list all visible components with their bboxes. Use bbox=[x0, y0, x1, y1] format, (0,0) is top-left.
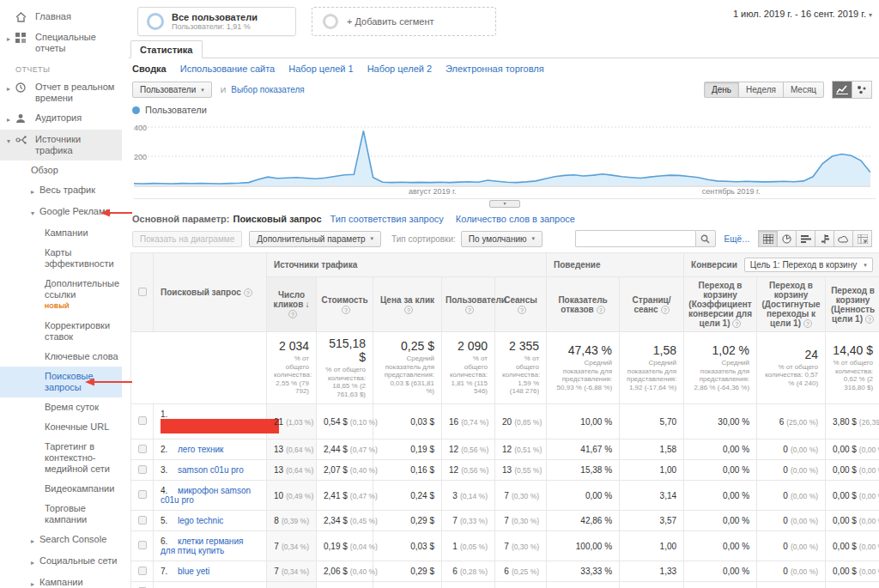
sidebar-item-специальные-отчеты[interactable]: ▸Специальные отчеты bbox=[0, 27, 122, 58]
sidebar-item-search-console[interactable]: ▸Search Console bbox=[0, 530, 122, 551]
table-view-icon[interactable] bbox=[758, 230, 778, 247]
column-header[interactable]: Цена за клик? bbox=[373, 277, 442, 332]
subtab-набор-целей-2[interactable]: Набор целей 2 bbox=[367, 64, 432, 74]
expand-arrow-icon[interactable]: ▾ bbox=[7, 134, 15, 147]
percentage-view-icon[interactable] bbox=[777, 230, 797, 247]
help-icon[interactable]: ? bbox=[288, 310, 297, 318]
expand-arrow-icon[interactable]: ▸ bbox=[31, 555, 39, 568]
comparison-view-icon[interactable] bbox=[815, 230, 834, 247]
sidebar-item-аудитория[interactable]: ▸Аудитория bbox=[0, 108, 122, 130]
expand-arrow-icon[interactable]: ▸ bbox=[31, 185, 39, 197]
row-checkbox[interactable] bbox=[138, 416, 147, 425]
help-icon[interactable]: ? bbox=[518, 306, 526, 314]
query-link[interactable]: samson c01u pro bbox=[178, 465, 244, 475]
help-icon[interactable]: ? bbox=[865, 315, 874, 324]
sidebar-item-корректировки-ставок[interactable]: Корректировки ставок bbox=[0, 316, 122, 347]
segment-all-users[interactable]: Все пользователи Пользователи: 1,91 % bbox=[137, 7, 296, 36]
sidebar-item-google-реклама[interactable]: ▾Google Реклама bbox=[0, 202, 122, 223]
row-checkbox[interactable] bbox=[138, 567, 147, 575]
help-icon[interactable]: ? bbox=[244, 288, 252, 297]
subtab-набор-целей-1[interactable]: Набор целей 1 bbox=[288, 64, 353, 74]
expand-arrow-icon[interactable]: ▸ bbox=[7, 82, 15, 94]
advanced-filter-link[interactable]: Ещё… bbox=[724, 234, 750, 244]
help-icon[interactable]: ? bbox=[597, 306, 605, 314]
table-search-input[interactable] bbox=[575, 230, 695, 247]
search-icon[interactable] bbox=[695, 230, 716, 247]
range-selector-handle[interactable]: ▾ bbox=[489, 200, 520, 208]
sort-type-dropdown[interactable]: По умолчанию ▾ bbox=[461, 231, 543, 247]
sidebar-item-кампании[interactable]: Кампании bbox=[0, 223, 122, 243]
column-header[interactable]: Переход в корзину (Достигнутые переходы … bbox=[757, 277, 826, 332]
row-checkbox[interactable] bbox=[138, 516, 147, 524]
select-metric-link[interactable]: Выбор показателя bbox=[231, 85, 304, 94]
sidebar-item-обзор[interactable]: Обзор bbox=[0, 161, 122, 180]
row-checkbox[interactable] bbox=[138, 541, 147, 549]
column-header-search-query[interactable]: Поисковый запрос? bbox=[154, 253, 267, 332]
help-icon[interactable]: ? bbox=[342, 306, 350, 314]
granularity-месяц[interactable]: Месяц bbox=[783, 82, 824, 98]
query-link[interactable]: lego technic bbox=[178, 516, 223, 525]
sidebar-item-социальные-сети[interactable]: ▸Социальные сети bbox=[0, 551, 122, 573]
performance-view-icon[interactable] bbox=[796, 230, 815, 247]
column-header[interactable]: Переход в корзину (Ценность цели 1)? bbox=[826, 277, 879, 332]
granularity-неделя[interactable]: Неделя bbox=[738, 82, 784, 98]
column-header[interactable]: Пользователи? bbox=[442, 277, 495, 332]
subtab-сводка[interactable]: Сводка bbox=[132, 64, 167, 74]
expand-arrow-icon[interactable]: ▾ bbox=[31, 206, 39, 219]
secondary-dimension-dropdown[interactable]: Дополнительный параметр ▾ bbox=[249, 231, 381, 247]
metric-dropdown[interactable]: Пользователи ▾ bbox=[132, 82, 212, 98]
help-icon[interactable]: ? bbox=[465, 306, 474, 314]
row-checkbox[interactable] bbox=[138, 465, 147, 474]
dimension-search-query[interactable]: Поисковый запрос bbox=[233, 214, 321, 224]
help-icon[interactable]: ? bbox=[732, 319, 741, 328]
help-icon[interactable]: ? bbox=[661, 306, 670, 314]
help-icon[interactable]: ? bbox=[404, 306, 413, 314]
query-link[interactable]: лего техник bbox=[178, 445, 223, 454]
expand-arrow-icon[interactable]: ▸ bbox=[31, 577, 39, 588]
sidebar-item-кампании[interactable]: ▸Кампании bbox=[0, 573, 122, 588]
sidebar-item-отчет-в-реальном-времени[interactable]: ▸Отчет в реальном времени bbox=[0, 77, 122, 108]
sidebar-item-конечные-url[interactable]: Конечные URL bbox=[0, 417, 122, 437]
subtab-использование-сайта[interactable]: Использование сайта bbox=[180, 64, 275, 74]
sidebar-item-время-суток[interactable]: Время суток bbox=[0, 397, 122, 417]
column-header[interactable]: Стоимость? bbox=[317, 277, 373, 332]
granularity-день[interactable]: День bbox=[704, 82, 739, 98]
column-header[interactable]: Страниц/сеанс? bbox=[620, 277, 684, 332]
term-cloud-view-icon[interactable] bbox=[834, 230, 853, 247]
sidebar-item-торговые-кампании[interactable]: Торговые кампании bbox=[0, 499, 122, 530]
sidebar-item-весь-трафик[interactable]: ▸Весь трафик bbox=[0, 180, 122, 202]
help-icon[interactable]: ? bbox=[803, 319, 812, 328]
date-range-picker[interactable]: 1 июл. 2019 г. - 16 сент. 2019 г. ▾ bbox=[733, 7, 872, 19]
goal-selector-dropdown[interactable]: Цель 1: Переход в корзину ▾ bbox=[744, 258, 873, 272]
column-header[interactable]: Сеансы? bbox=[495, 277, 547, 332]
sidebar-item-ключевые-слова[interactable]: Ключевые слова bbox=[0, 347, 122, 367]
column-header[interactable]: Переход в корзину (Коэффициент конверсии… bbox=[684, 277, 757, 332]
row-checkbox[interactable] bbox=[138, 490, 147, 499]
dimension-word-count[interactable]: Количество слов в запросе bbox=[456, 214, 575, 224]
expand-arrow-icon[interactable]: ▸ bbox=[31, 534, 39, 547]
query-link[interactable]: blue yeti bbox=[178, 567, 209, 576]
dimension-match-type[interactable]: Тип соответствия запросу bbox=[330, 214, 444, 224]
column-header[interactable]: Показатель отказов? bbox=[547, 277, 620, 332]
subtab-электронная-торговля[interactable]: Электронная торговля bbox=[446, 64, 544, 74]
motion-chart-icon[interactable] bbox=[852, 81, 872, 99]
sidebar-item-поисковые-запросы[interactable]: Поисковые запросы bbox=[0, 367, 122, 397]
add-segment-button[interactable]: + Добавить сегмент bbox=[312, 7, 496, 36]
pivot-view-icon[interactable] bbox=[852, 230, 872, 247]
expand-arrow-icon[interactable]: ▸ bbox=[7, 32, 15, 45]
sidebar-item-видеокампании[interactable]: Видеокампании bbox=[0, 479, 122, 499]
select-all-checkbox[interactable] bbox=[138, 288, 147, 296]
sidebar-item-таргетинг-в-контекстно-медийной-сети[interactable]: Таргетинг в контекстно-медийной сети bbox=[0, 437, 122, 479]
sidebar-item-источники-трафика[interactable]: ▾Источники трафика bbox=[0, 130, 122, 161]
sidebar-item-главная[interactable]: Главная bbox=[0, 7, 122, 27]
sidebar-item-дополнительные-ссылки[interactable]: Дополнительные ссылкиНОВЫЙ bbox=[0, 274, 122, 316]
plot-rows-button[interactable]: Показать на диаграмме bbox=[132, 231, 242, 247]
line-chart-icon[interactable] bbox=[832, 81, 852, 99]
summary-cell: 24% от общего количества: 0,57 % (4 240) bbox=[757, 332, 826, 404]
row-checkbox[interactable] bbox=[138, 445, 147, 453]
column-header[interactable]: Число кликов↓? bbox=[267, 277, 317, 332]
expand-arrow-icon[interactable]: ▸ bbox=[7, 112, 15, 125]
sidebar-item-карты-эффективности[interactable]: Карты эффективности bbox=[0, 243, 122, 274]
tab-statistics[interactable]: Статистика bbox=[130, 40, 203, 58]
users-area-chart[interactable]: 400200 bbox=[134, 120, 876, 187]
